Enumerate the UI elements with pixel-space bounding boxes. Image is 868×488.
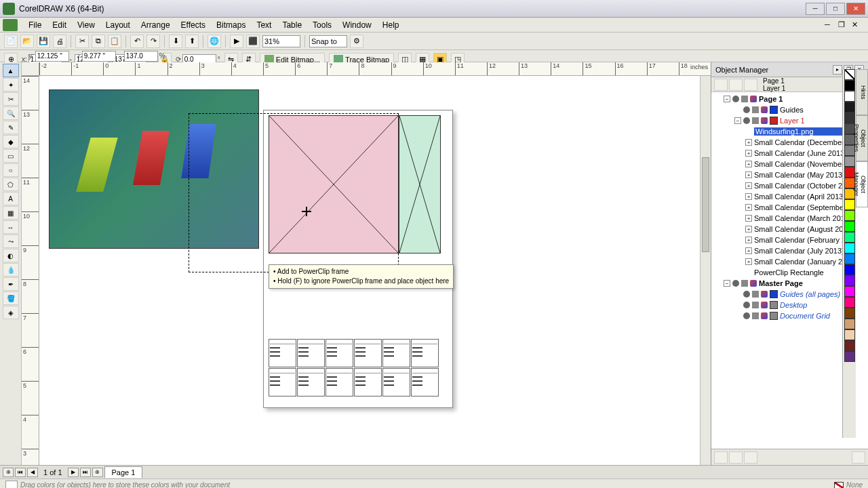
open-button[interactable]: 📂 (20, 35, 34, 48)
launch-button[interactable]: ▶ (230, 35, 243, 48)
calendar-grid[interactable]: ▬▬▬▬▬▬▬▬▬▬▬▬▬▬▬▬▬▬▬▬▬▬▬▬▬▬▬▬▬▬▬▬▬▬▬▬▬▬▬▬… (269, 339, 443, 396)
welcome-button[interactable]: ⬛ (246, 35, 260, 48)
color-swatch[interactable] (844, 156, 855, 167)
color-swatch[interactable] (844, 351, 855, 362)
page-tab-1[interactable]: Page 1 (104, 466, 143, 478)
page-last[interactable]: ⏭ (80, 468, 91, 477)
page-next[interactable]: ▶ (68, 468, 79, 477)
menu-edit[interactable]: Edit (47, 19, 72, 31)
color-swatch[interactable] (844, 308, 855, 319)
side-tab-object-props[interactable]: Object Properties (856, 115, 868, 161)
calendar-cell[interactable]: ▬▬▬▬▬▬▬▬▬ (354, 368, 382, 396)
color-swatch[interactable] (844, 264, 855, 275)
docker-expand[interactable]: ▸ (833, 65, 842, 75)
menu-tools[interactable]: Tools (307, 19, 337, 31)
connector-tool[interactable]: ⤳ (3, 235, 19, 248)
color-swatch[interactable] (844, 210, 855, 221)
calendar-cell[interactable]: ▬▬▬▬▬▬▬▬▬ (297, 339, 325, 367)
menu-help[interactable]: Help (377, 19, 405, 31)
close-button[interactable]: ✕ (846, 3, 865, 15)
ruler-vertical[interactable]: 141312111098765432 (22, 76, 39, 465)
effects-tool[interactable]: ◐ (3, 249, 19, 262)
y-input[interactable] (35, 51, 69, 62)
delete-layer-button[interactable] (744, 451, 757, 464)
powerclip-frame-pink[interactable] (269, 115, 399, 253)
document-palette-bar[interactable]: Drag colors (or objects) here to store t… (0, 479, 868, 488)
calendar-cell[interactable]: ▬▬▬▬▬▬▬▬▬ (326, 368, 353, 396)
menu-effects[interactable]: Effects (176, 19, 211, 31)
menu-view[interactable]: View (72, 19, 100, 31)
calendar-cell[interactable]: ▬▬▬▬▬▬▬▬▬ (297, 368, 325, 396)
document-color-well[interactable] (5, 481, 18, 489)
export-button[interactable]: ⬆ (185, 35, 199, 48)
doc-close[interactable]: ✕ (852, 20, 865, 30)
color-swatch[interactable] (844, 80, 855, 91)
eyedropper-tool[interactable]: 💧 (3, 263, 19, 277)
publish-button[interactable]: 🌐 (208, 35, 221, 48)
color-swatch[interactable] (844, 102, 855, 113)
app-menu-icon[interactable] (3, 19, 18, 31)
calendar-cell[interactable]: ▬▬▬▬▬▬▬▬▬ (326, 339, 353, 367)
menu-window[interactable]: Window (337, 19, 377, 31)
fill-tool[interactable]: 🪣 (3, 291, 19, 305)
color-swatch[interactable] (844, 199, 855, 210)
smart-fill-tool[interactable]: ◆ (3, 135, 19, 148)
color-swatch[interactable] (844, 253, 855, 264)
zoom-input[interactable] (262, 35, 300, 47)
menu-arrange[interactable]: Arrange (136, 19, 176, 31)
maximize-button[interactable]: □ (826, 3, 845, 15)
print-button[interactable]: 🖨 (53, 35, 66, 48)
menu-table[interactable]: Table (277, 19, 307, 31)
color-swatch[interactable] (844, 297, 855, 308)
color-swatch[interactable] (844, 329, 855, 340)
menu-layout[interactable]: Layout (100, 19, 136, 31)
page-prev[interactable]: ◀ (27, 468, 38, 477)
new-button[interactable]: 📄 (4, 35, 18, 48)
dimension-tool[interactable]: ↔ (3, 220, 19, 234)
h-input[interactable] (82, 51, 116, 62)
canvas[interactable]: Add to PowerClip frame Hold (F) to ignor… (39, 76, 700, 465)
zoom-tool[interactable]: 🔍 (3, 106, 19, 120)
color-swatch[interactable] (844, 113, 855, 123)
color-swatch[interactable] (844, 340, 855, 351)
bitmap-windsurfing[interactable] (49, 89, 259, 249)
cut-button[interactable]: ✂ (75, 35, 89, 48)
snap-to-input[interactable] (309, 35, 347, 47)
polygon-tool[interactable]: ⬠ (3, 178, 19, 191)
ruler-horizontal[interactable]: -2-10123456789101112131415161718inches (39, 62, 711, 76)
new-master-layer-button[interactable] (729, 451, 743, 464)
color-swatch[interactable] (844, 91, 855, 102)
calendar-cell[interactable]: ▬▬▬▬▬▬▬▬▬ (354, 339, 382, 367)
canvas-area[interactable]: -2-10123456789101112131415161718inches 1… (22, 62, 711, 465)
vertical-scrollbar[interactable] (700, 76, 711, 465)
show-props-button[interactable] (714, 79, 728, 91)
freehand-tool[interactable]: ✎ (3, 121, 19, 134)
powerclip-frame-green[interactable] (399, 115, 441, 253)
color-swatch[interactable] (844, 243, 855, 253)
interactive-fill-tool[interactable]: ◈ (3, 306, 19, 319)
crop-tool[interactable]: ✂ (3, 92, 19, 106)
calendar-cell[interactable]: ▬▬▬▬▬▬▬▬▬ (411, 368, 439, 396)
calendar-cell[interactable]: ▬▬▬▬▬▬▬▬▬ (382, 368, 410, 396)
color-swatch[interactable] (844, 275, 855, 286)
edit-layers-button[interactable] (729, 79, 743, 91)
rectangle-tool[interactable]: ▭ (3, 149, 19, 163)
table-tool[interactable]: ▦ (3, 206, 19, 220)
side-tab-hints[interactable]: Hints (856, 69, 868, 115)
shape-tool[interactable]: ✦ (3, 78, 19, 92)
paste-button[interactable]: 📋 (108, 35, 121, 48)
ruler-origin[interactable] (22, 62, 39, 76)
color-swatch[interactable] (844, 221, 855, 232)
redo-button[interactable]: ↷ (146, 35, 160, 48)
doc-restore[interactable]: ❐ (838, 20, 852, 30)
pick-tool[interactable]: ▲ (3, 64, 19, 77)
doc-minimize[interactable]: ─ (825, 20, 838, 30)
color-swatch[interactable] (844, 286, 855, 297)
copy-button[interactable]: ⧉ (92, 35, 105, 48)
undo-button[interactable]: ↶ (130, 35, 144, 48)
save-button[interactable]: 💾 (37, 35, 50, 48)
move-to-layer-button[interactable] (852, 451, 865, 464)
menu-file[interactable]: File (23, 19, 47, 31)
page-add-after[interactable]: ⊕ (92, 468, 103, 477)
no-color-swatch[interactable] (844, 69, 855, 80)
